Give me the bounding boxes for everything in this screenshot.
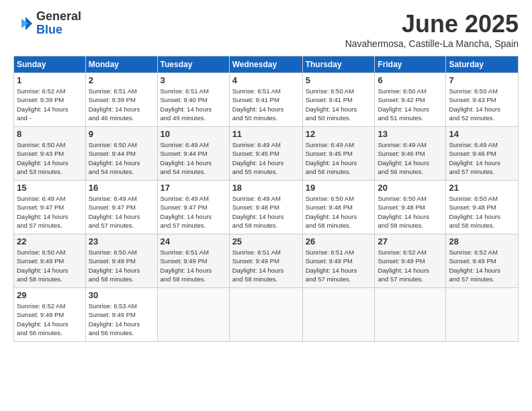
day-info: Sunrise: 6:52 AM Sunset: 9:49 PM Dayligh… xyxy=(17,302,83,337)
day-info: Sunrise: 6:49 AM Sunset: 9:45 PM Dayligh… xyxy=(306,140,372,176)
calendar-table: SundayMondayTuesdayWednesdayThursdayFrid… xyxy=(13,56,519,342)
logo-general: General xyxy=(36,10,81,24)
empty-cell xyxy=(302,288,375,342)
calendar-day-4: 4Sunrise: 6:51 AM Sunset: 9:41 PM Daylig… xyxy=(229,73,302,127)
logo: General Blue xyxy=(13,10,81,37)
day-info: Sunrise: 6:50 AM Sunset: 9:49 PM Dayligh… xyxy=(89,248,154,283)
day-number: 3 xyxy=(161,75,226,85)
day-number: 26 xyxy=(306,236,372,246)
day-number: 7 xyxy=(449,75,515,85)
day-number: 10 xyxy=(161,129,226,139)
day-number: 8 xyxy=(17,129,83,139)
calendar-day-25: 25Sunrise: 6:51 AM Sunset: 9:49 PM Dayli… xyxy=(229,234,302,288)
day-info: Sunrise: 6:51 AM Sunset: 9:40 PM Dayligh… xyxy=(161,87,226,122)
calendar-day-3: 3Sunrise: 6:51 AM Sunset: 9:40 PM Daylig… xyxy=(157,73,229,127)
calendar-day-13: 13Sunrise: 6:49 AM Sunset: 9:46 PM Dayli… xyxy=(375,127,446,181)
calendar-week-4: 22Sunrise: 6:50 AM Sunset: 9:49 PM Dayli… xyxy=(14,234,519,288)
calendar-day-6: 6Sunrise: 6:50 AM Sunset: 9:42 PM Daylig… xyxy=(375,73,446,127)
calendar-day-18: 18Sunrise: 6:49 AM Sunset: 9:48 PM Dayli… xyxy=(229,181,302,234)
day-info: Sunrise: 6:51 AM Sunset: 9:39 PM Dayligh… xyxy=(89,87,154,122)
day-info: Sunrise: 6:50 AM Sunset: 9:49 PM Dayligh… xyxy=(17,248,83,283)
header: General Blue June 2025 Navahermosa, Cast… xyxy=(13,10,519,49)
calendar-day-29: 29Sunrise: 6:52 AM Sunset: 9:49 PM Dayli… xyxy=(14,288,86,342)
day-info: Sunrise: 6:51 AM Sunset: 9:49 PM Dayligh… xyxy=(161,248,226,283)
calendar-day-27: 27Sunrise: 6:52 AM Sunset: 9:49 PM Dayli… xyxy=(375,234,446,288)
day-number: 30 xyxy=(89,290,154,300)
col-header-sunday: Sunday xyxy=(14,56,86,73)
day-number: 5 xyxy=(306,75,372,85)
day-info: Sunrise: 6:50 AM Sunset: 9:44 PM Dayligh… xyxy=(89,140,154,176)
day-info: Sunrise: 6:49 AM Sunset: 9:48 PM Dayligh… xyxy=(232,194,300,230)
col-header-wednesday: Wednesday xyxy=(229,56,302,73)
day-info: Sunrise: 6:49 AM Sunset: 9:44 PM Dayligh… xyxy=(161,140,226,176)
day-number: 20 xyxy=(378,183,443,193)
day-info: Sunrise: 6:50 AM Sunset: 9:48 PM Dayligh… xyxy=(306,194,372,230)
calendar-day-23: 23Sunrise: 6:50 AM Sunset: 9:49 PM Dayli… xyxy=(85,234,157,288)
day-info: Sunrise: 6:53 AM Sunset: 9:49 PM Dayligh… xyxy=(89,302,154,337)
day-info: Sunrise: 6:50 AM Sunset: 9:41 PM Dayligh… xyxy=(306,87,372,122)
logo-text: General Blue xyxy=(36,10,81,37)
empty-cell xyxy=(375,288,446,342)
header-row: SundayMondayTuesdayWednesdayThursdayFrid… xyxy=(14,56,519,73)
day-number: 9 xyxy=(89,129,154,139)
day-info: Sunrise: 6:51 AM Sunset: 9:49 PM Dayligh… xyxy=(306,248,372,283)
day-number: 23 xyxy=(89,236,154,246)
day-number: 28 xyxy=(449,236,515,246)
calendar-day-14: 14Sunrise: 6:49 AM Sunset: 9:46 PM Dayli… xyxy=(446,127,519,181)
logo-icon xyxy=(13,13,34,34)
day-number: 13 xyxy=(378,129,443,139)
day-info: Sunrise: 6:49 AM Sunset: 9:45 PM Dayligh… xyxy=(232,140,300,176)
day-number: 2 xyxy=(89,75,154,85)
day-number: 15 xyxy=(17,183,83,193)
calendar-day-19: 19Sunrise: 6:50 AM Sunset: 9:48 PM Dayli… xyxy=(302,181,375,234)
day-number: 11 xyxy=(232,129,300,139)
calendar-day-26: 26Sunrise: 6:51 AM Sunset: 9:49 PM Dayli… xyxy=(302,234,375,288)
col-header-monday: Monday xyxy=(85,56,157,73)
day-info: Sunrise: 6:49 AM Sunset: 9:46 PM Dayligh… xyxy=(449,140,515,176)
day-info: Sunrise: 6:49 AM Sunset: 9:47 PM Dayligh… xyxy=(89,194,154,230)
calendar-day-9: 9Sunrise: 6:50 AM Sunset: 9:44 PM Daylig… xyxy=(85,127,157,181)
day-info: Sunrise: 6:51 AM Sunset: 9:49 PM Dayligh… xyxy=(232,248,300,283)
day-info: Sunrise: 6:50 AM Sunset: 9:48 PM Dayligh… xyxy=(449,194,515,230)
calendar-week-2: 8Sunrise: 6:50 AM Sunset: 9:43 PM Daylig… xyxy=(14,127,519,181)
day-number: 22 xyxy=(17,236,83,246)
day-info: Sunrise: 6:51 AM Sunset: 9:41 PM Dayligh… xyxy=(232,87,300,122)
col-header-saturday: Saturday xyxy=(446,56,519,73)
calendar-day-1: 1Sunrise: 6:52 AM Sunset: 9:39 PM Daylig… xyxy=(14,73,86,127)
day-info: Sunrise: 6:49 AM Sunset: 9:47 PM Dayligh… xyxy=(17,194,83,230)
day-info: Sunrise: 6:50 AM Sunset: 9:43 PM Dayligh… xyxy=(449,87,515,122)
logo-blue: Blue xyxy=(36,24,81,37)
calendar-day-16: 16Sunrise: 6:49 AM Sunset: 9:47 PM Dayli… xyxy=(85,181,157,234)
calendar-day-20: 20Sunrise: 6:50 AM Sunset: 9:48 PM Dayli… xyxy=(375,181,446,234)
calendar-day-21: 21Sunrise: 6:50 AM Sunset: 9:48 PM Dayli… xyxy=(446,181,519,234)
day-number: 25 xyxy=(232,236,300,246)
calendar-subtitle: Navahermosa, Castille-La Mancha, Spain xyxy=(345,38,519,49)
calendar-day-12: 12Sunrise: 6:49 AM Sunset: 9:45 PM Dayli… xyxy=(302,127,375,181)
day-number: 19 xyxy=(306,183,372,193)
calendar-day-15: 15Sunrise: 6:49 AM Sunset: 9:47 PM Dayli… xyxy=(14,181,86,234)
day-number: 27 xyxy=(378,236,443,246)
col-header-friday: Friday xyxy=(375,56,446,73)
calendar-day-2: 2Sunrise: 6:51 AM Sunset: 9:39 PM Daylig… xyxy=(85,73,157,127)
day-number: 18 xyxy=(232,183,300,193)
day-number: 17 xyxy=(161,183,226,193)
day-info: Sunrise: 6:52 AM Sunset: 9:49 PM Dayligh… xyxy=(378,248,443,283)
day-info: Sunrise: 6:52 AM Sunset: 9:39 PM Dayligh… xyxy=(17,87,83,122)
day-info: Sunrise: 6:49 AM Sunset: 9:46 PM Dayligh… xyxy=(378,140,443,176)
empty-cell xyxy=(157,288,229,342)
day-number: 24 xyxy=(161,236,226,246)
day-info: Sunrise: 6:49 AM Sunset: 9:47 PM Dayligh… xyxy=(161,194,226,230)
day-number: 16 xyxy=(89,183,154,193)
calendar-day-24: 24Sunrise: 6:51 AM Sunset: 9:49 PM Dayli… xyxy=(157,234,229,288)
calendar-day-5: 5Sunrise: 6:50 AM Sunset: 9:41 PM Daylig… xyxy=(302,73,375,127)
day-info: Sunrise: 6:50 AM Sunset: 9:48 PM Dayligh… xyxy=(378,194,443,230)
day-number: 29 xyxy=(17,290,83,300)
title-block: June 2025 Navahermosa, Castille-La Manch… xyxy=(345,10,519,49)
col-header-tuesday: Tuesday xyxy=(157,56,229,73)
day-info: Sunrise: 6:50 AM Sunset: 9:43 PM Dayligh… xyxy=(17,140,83,176)
calendar-day-22: 22Sunrise: 6:50 AM Sunset: 9:49 PM Dayli… xyxy=(14,234,86,288)
day-info: Sunrise: 6:50 AM Sunset: 9:42 PM Dayligh… xyxy=(378,87,443,122)
day-number: 4 xyxy=(232,75,300,85)
day-info: Sunrise: 6:52 AM Sunset: 9:49 PM Dayligh… xyxy=(449,248,515,283)
calendar-page: General Blue June 2025 Navahermosa, Cast… xyxy=(0,0,532,411)
